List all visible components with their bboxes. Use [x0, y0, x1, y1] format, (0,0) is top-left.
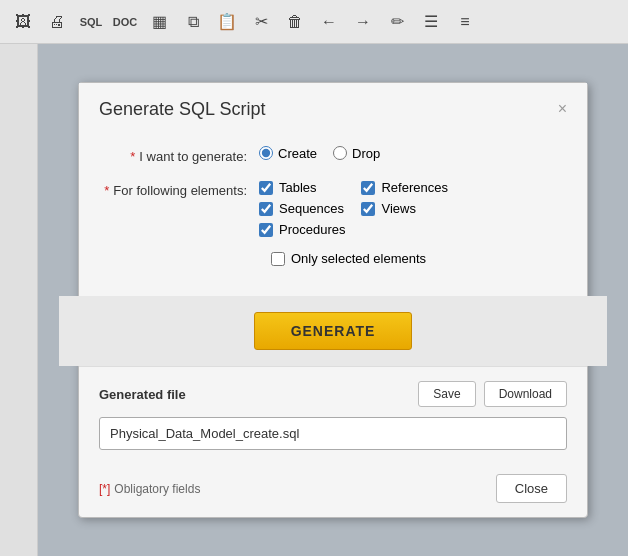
checkbox-procedures-label: Procedures: [279, 222, 345, 237]
list2-icon[interactable]: ≡: [450, 7, 480, 37]
radio-drop-option[interactable]: Drop: [333, 146, 380, 161]
checkbox-references-label: References: [381, 180, 447, 195]
radio-create-option[interactable]: Create: [259, 146, 317, 161]
sql-icon[interactable]: SQL: [76, 7, 106, 37]
close-x-button[interactable]: ×: [558, 101, 567, 117]
download-button[interactable]: Download: [484, 381, 567, 407]
generated-file-label: Generated file: [99, 387, 186, 402]
print-icon[interactable]: 🖨: [42, 7, 72, 37]
generate-section: GENERATE: [59, 296, 607, 366]
delete-icon[interactable]: 🗑: [280, 7, 310, 37]
checkbox-sequences-label: Sequences: [279, 201, 344, 216]
checkbox-references[interactable]: [361, 181, 375, 195]
checkbox-tables[interactable]: [259, 181, 273, 195]
generated-file-section: Generated file Save Download: [79, 366, 587, 464]
action-buttons: Save Download: [418, 381, 567, 407]
checkbox-only-selected[interactable]: [271, 252, 285, 266]
sidebar: [0, 44, 38, 556]
edit-icon[interactable]: ✏: [382, 7, 412, 37]
filename-input[interactable]: [99, 417, 567, 450]
dialog: Generate SQL Script × *I want to generat…: [78, 82, 588, 518]
elements-row: *For following elements: Tables Referenc…: [99, 180, 567, 237]
checkbox-references-option[interactable]: References: [361, 180, 447, 195]
radio-drop[interactable]: [333, 146, 347, 160]
generate-row: *I want to generate: Create Drop: [99, 146, 567, 166]
image-icon[interactable]: 🖼: [8, 7, 38, 37]
elements-options: Tables References Sequences Views: [259, 180, 567, 237]
checkbox-only-selected-option[interactable]: Only selected elements: [271, 251, 426, 266]
copy-icon[interactable]: ⧉: [178, 7, 208, 37]
checkbox-sequences[interactable]: [259, 202, 273, 216]
checkbox-procedures[interactable]: [259, 223, 273, 237]
table-icon[interactable]: ▦: [144, 7, 174, 37]
generate-button[interactable]: GENERATE: [254, 312, 413, 350]
required-star-1: *: [130, 149, 135, 164]
cut-icon[interactable]: ✂: [246, 7, 276, 37]
elements-label: *For following elements:: [99, 180, 259, 200]
doc-icon[interactable]: DOC: [110, 7, 140, 37]
checkbox-tables-label: Tables: [279, 180, 317, 195]
obligatory-star: [*]: [99, 482, 110, 496]
dialog-body: *I want to generate: Create Drop *For: [79, 130, 587, 296]
checkbox-tables-option[interactable]: Tables: [259, 180, 345, 195]
obligatory-label: Obligatory fields: [114, 482, 200, 496]
checkbox-procedures-option[interactable]: Procedures: [259, 222, 345, 237]
required-star-2: *: [104, 183, 109, 198]
radio-create[interactable]: [259, 146, 273, 160]
modal-overlay: Generate SQL Script × *I want to generat…: [38, 44, 628, 556]
generate-options: Create Drop: [259, 146, 567, 161]
checkbox-views-option[interactable]: Views: [361, 201, 447, 216]
checkbox-only-selected-label: Only selected elements: [291, 251, 426, 266]
obligatory-fields: [*] Obligatory fields: [99, 482, 200, 496]
radio-create-label: Create: [278, 146, 317, 161]
checkbox-views[interactable]: [361, 202, 375, 216]
only-selected-row: Only selected elements: [99, 251, 567, 266]
dialog-footer: [*] Obligatory fields Close: [79, 464, 587, 517]
paste-icon[interactable]: 📋: [212, 7, 242, 37]
save-button[interactable]: Save: [418, 381, 475, 407]
dialog-title: Generate SQL Script: [99, 99, 265, 120]
close-button[interactable]: Close: [496, 474, 567, 503]
checkbox-sequences-option[interactable]: Sequences: [259, 201, 345, 216]
list-icon[interactable]: ☰: [416, 7, 446, 37]
redo-icon[interactable]: →: [348, 7, 378, 37]
checkbox-views-label: Views: [381, 201, 415, 216]
undo-icon[interactable]: ←: [314, 7, 344, 37]
generated-file-header: Generated file Save Download: [99, 381, 567, 407]
toolbar: 🖼 🖨 SQL DOC ▦ ⧉ 📋 ✂ 🗑 ← → ✏ ☰ ≡: [0, 0, 628, 44]
dialog-header: Generate SQL Script ×: [79, 83, 587, 130]
generate-label: *I want to generate:: [99, 146, 259, 166]
radio-drop-label: Drop: [352, 146, 380, 161]
checkboxes-grid: Tables References Sequences Views: [259, 180, 448, 237]
